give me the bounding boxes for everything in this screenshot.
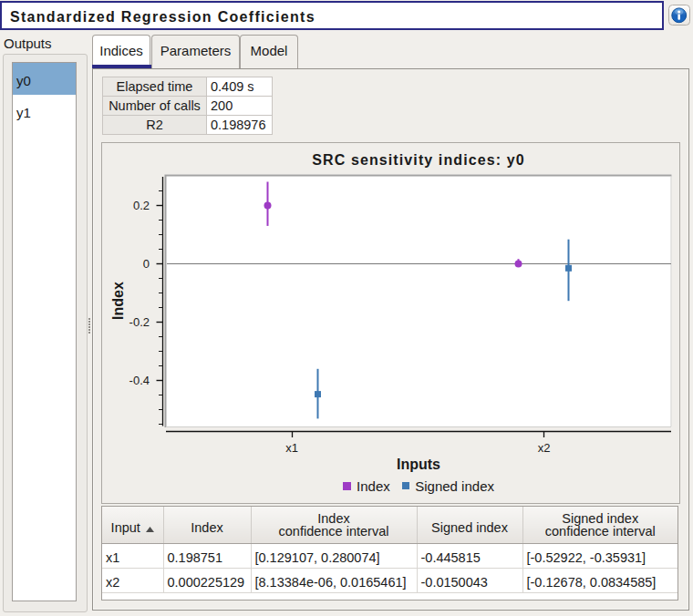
svg-text:-0.2: -0.2 [129, 315, 150, 329]
svg-text:0: 0 [143, 257, 150, 271]
svg-text:x1: x1 [285, 441, 298, 455]
svg-text:0.2: 0.2 [133, 199, 150, 212]
svg-text:-0.4: -0.4 [129, 374, 150, 387]
svg-text:x2: x2 [538, 441, 551, 455]
